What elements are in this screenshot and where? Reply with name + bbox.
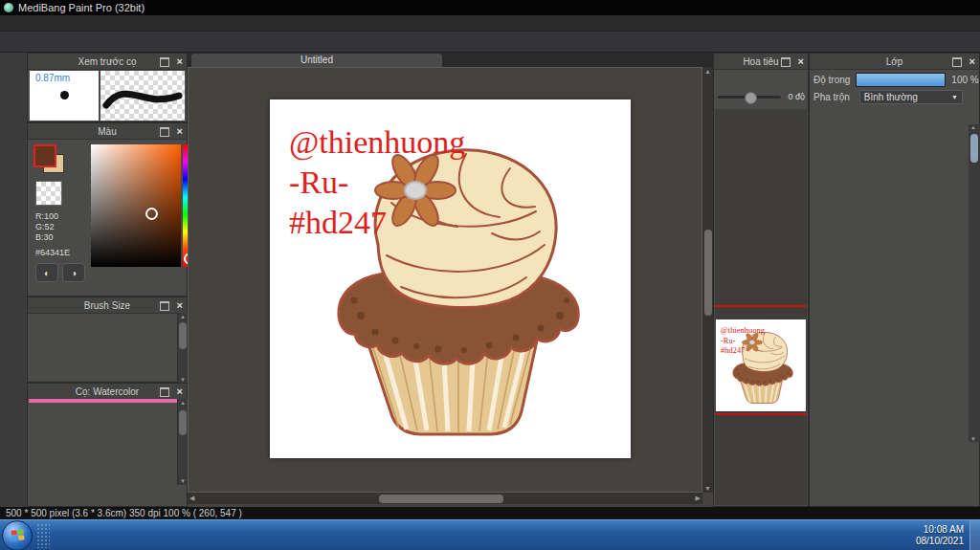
- start-button[interactable]: [2, 520, 33, 550]
- tool-column: [0, 53, 27, 507]
- canvas-vscrollbar[interactable]: ▲ ▼: [702, 67, 713, 493]
- layers-scrollbar[interactable]: ▲ ▼: [969, 124, 980, 442]
- blend-dropdown[interactable]: Bình thường▼: [859, 90, 963, 104]
- brush-dot-preview: [60, 91, 69, 99]
- document-tabstrip: Untitled: [188, 53, 713, 67]
- rotation-value: 0 độ: [788, 92, 805, 101]
- close-icon[interactable]: ×: [969, 54, 975, 69]
- opacity-label: Độ trong: [813, 75, 850, 85]
- red-value: R:100: [35, 211, 58, 221]
- transparent-color-swatch[interactable]: [35, 181, 62, 206]
- color-panel-tabs: [28, 279, 30, 296]
- brush-size-label: 0.87mm: [30, 71, 99, 83]
- status-bar: 500 * 500 pixel (3.6 * 3.6cm) 350 dpi 10…: [0, 507, 980, 519]
- hex-value: #64341E: [35, 248, 70, 257]
- close-icon[interactable]: ×: [798, 54, 804, 69]
- medibang-window: @thienhuong -Ru- #hd247 MediBang Paint P…: [0, 0, 980, 550]
- canvas-bound-line: [715, 305, 807, 307]
- close-icon[interactable]: ×: [177, 297, 183, 313]
- taskbar-grip: [36, 523, 50, 548]
- green-value: G:52: [35, 222, 55, 231]
- window-title: MediBang Paint Pro (32bit): [18, 2, 145, 13]
- brush-list-title: Cọ: Watercolor: [76, 386, 139, 397]
- navigator-panel: Hoa tiêu × 0 độ: [713, 53, 809, 507]
- navigator-preview[interactable]: [715, 109, 807, 505]
- rotation-knob[interactable]: [745, 92, 757, 104]
- brush-stroke-preview: [100, 71, 185, 121]
- popout-icon[interactable]: [952, 57, 962, 67]
- palette-button[interactable]: ◐: [35, 263, 58, 282]
- popout-icon[interactable]: [160, 57, 169, 67]
- brush-size-preview: 0.87mm: [30, 71, 99, 121]
- brush-preview-panel: Xem trước cọ × 0.87mm: [27, 53, 188, 122]
- clock-date: 08/10/2021: [916, 536, 964, 547]
- opacity-value: 100 %: [951, 75, 978, 85]
- navigator-title: Hoa tiêu: [743, 56, 778, 67]
- canvas-viewport[interactable]: [188, 67, 702, 493]
- app-logo-icon: [4, 3, 13, 12]
- brush-list-scrollbar[interactable]: ▲▼: [177, 399, 188, 485]
- brush-size-panel: Brush Size × ▲▼: [27, 297, 188, 383]
- color-panel-title: Màu: [98, 126, 116, 137]
- foreground-color-swatch[interactable]: [33, 144, 56, 167]
- layers-panel: Lớp × Độ trong 100 % Pha trộn Bình thườn…: [809, 53, 980, 507]
- canvas-bound-line: [715, 413, 807, 415]
- clock-time: 10:08 AM: [916, 524, 964, 536]
- popout-icon[interactable]: [160, 127, 169, 137]
- top-toolbar: [0, 32, 980, 53]
- layer-list: [811, 124, 968, 442]
- canvas-area: Untitled ▲ ▼ ◀ ▶: [188, 53, 713, 507]
- blend-label: Pha trộn: [813, 92, 850, 102]
- document-info: 500 * 500 pixel (3.6 * 3.6cm) 350 dpi 10…: [6, 508, 242, 518]
- menu-bar: [0, 15, 980, 32]
- popout-icon[interactable]: [160, 387, 169, 397]
- saturation-value-picker[interactable]: [91, 144, 181, 267]
- brush-list-panel: Cọ: Watercolor × ▲▼: [27, 383, 188, 507]
- navigator-thumbnail[interactable]: [716, 319, 806, 411]
- popout-icon[interactable]: [781, 57, 791, 67]
- windows-taskbar: 10:08 AM 08/10/2021: [0, 519, 980, 550]
- popout-icon[interactable]: [160, 301, 169, 311]
- opacity-slider[interactable]: [856, 73, 946, 87]
- brush-size-scrollbar[interactable]: ▲▼: [177, 313, 188, 384]
- title-bar: MediBang Paint Pro (32bit): [0, 0, 980, 15]
- brush-size-panel-title: Brush Size: [84, 300, 130, 311]
- close-icon[interactable]: ×: [177, 384, 183, 399]
- show-desktop-button[interactable]: [969, 520, 980, 550]
- sv-cursor[interactable]: [145, 208, 158, 220]
- drawing-canvas[interactable]: [270, 99, 631, 458]
- palette-add-button[interactable]: ◑: [62, 263, 85, 282]
- brush-preview-title: Xem trước cọ: [78, 56, 136, 67]
- color-panel: Màu × R:100 G:52 B:30 #64341E ◐ ◑: [27, 122, 188, 297]
- document-tab[interactable]: Untitled: [191, 54, 442, 67]
- taskbar-clock[interactable]: 10:08 AM 08/10/2021: [916, 524, 964, 547]
- blue-value: B:30: [35, 232, 54, 242]
- layers-title: Lớp: [886, 56, 903, 67]
- canvas-hscrollbar[interactable]: ◀ ▶: [188, 493, 702, 504]
- close-icon[interactable]: ×: [177, 54, 183, 69]
- rotation-slider[interactable]: [718, 96, 781, 99]
- close-icon[interactable]: ×: [177, 123, 183, 139]
